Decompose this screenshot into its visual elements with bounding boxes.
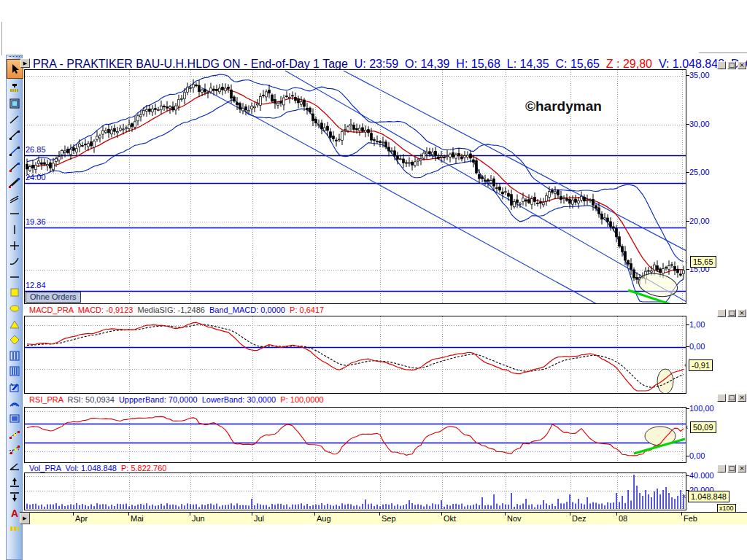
time-axis-scroll-button[interactable]: ▶: [20, 513, 30, 524]
rsi-header-segment: UppperBand: 70,0000: [119, 395, 202, 404]
rsi-maximize-button[interactable]: □: [727, 394, 736, 402]
tool-arrow-up-tool[interactable]: [7, 475, 21, 489]
main-minimize-button[interactable]: _: [717, 61, 726, 69]
ellipse-shape-icon: [9, 303, 20, 314]
month-label: Feb: [684, 514, 697, 523]
macd-plot[interactable]: [24, 316, 686, 394]
tool-diamond-shape[interactable]: [7, 333, 21, 347]
left-panel-edge: [1, 22, 2, 55]
month-label: Apr: [75, 514, 88, 523]
volume-plot[interactable]: [24, 472, 686, 510]
macd-close-button[interactable]: ×: [738, 309, 746, 317]
tool-bars-compare-3[interactable]: [7, 365, 21, 378]
rsi-axis-label: 100,00: [689, 404, 714, 413]
volume-value-box: 1.048.848: [688, 491, 729, 502]
rsi-minimize-button[interactable]: _: [717, 394, 726, 402]
regression-channel-icon: [9, 176, 20, 188]
rsi-header-segment: LowerBand: 30,0000: [202, 395, 281, 404]
rsi-plot[interactable]: [24, 407, 686, 463]
vol-maximize-button[interactable]: □: [727, 464, 736, 472]
month-tick: [314, 512, 315, 516]
month-tick: [379, 512, 380, 516]
macd-header-segment: MACD_PRA: [29, 306, 78, 314]
price-marker-arrow: ‹: [685, 257, 687, 265]
tool-horizontal-line[interactable]: [7, 207, 21, 221]
tool-regression-channel[interactable]: [7, 176, 21, 190]
macd-maximize-button[interactable]: □: [727, 309, 736, 317]
month-label: Okt: [444, 514, 456, 523]
tool-regression-line[interactable]: [7, 160, 21, 174]
tool-ellipse-shape[interactable]: [7, 301, 21, 315]
app-window: A ▶ PRA - PRAKTIKER BAU-U.H.HLDG ON - En…: [0, 0, 747, 560]
bars-compare-2-icon: [9, 350, 20, 362]
month-tick: [73, 512, 74, 516]
tool-chart-edit[interactable]: [7, 380, 21, 394]
volume-unit-box: x100: [717, 504, 736, 513]
rsi-axis-label: 0,00: [689, 451, 705, 460]
chart-collapse-button[interactable]: ▶: [20, 58, 30, 68]
tool-point-line[interactable]: [7, 427, 21, 441]
vol-header-segment: P: 5.822.760: [121, 464, 166, 472]
rsi-window-buttons: _□×: [717, 394, 746, 402]
level-label: 12.84: [26, 281, 46, 289]
text-block-icon: [9, 413, 20, 424]
month-label: 08: [619, 514, 627, 523]
tool-rectangle-shape[interactable]: [7, 286, 21, 300]
rsi-close-button[interactable]: ×: [738, 394, 746, 402]
cross-line-icon: [9, 240, 20, 252]
main-maximize-button[interactable]: □: [727, 61, 736, 69]
tool-text-block[interactable]: [7, 412, 21, 426]
arrow-down-tool-icon: [9, 491, 20, 503]
horizontal-line-icon: [9, 208, 20, 219]
vol-minimize-button[interactable]: _: [717, 464, 726, 472]
tool-zoom-box[interactable]: [7, 97, 21, 111]
macd-axis-label: 1,00: [689, 320, 705, 329]
vol-close-button[interactable]: ×: [738, 464, 746, 472]
month-tick: [681, 512, 682, 516]
tool-multi-point-line[interactable]: [7, 443, 21, 457]
regression-line-icon: [9, 161, 20, 173]
vertical-line-icon: [9, 224, 20, 236]
macd-header: MACD_PRA MACD: -0,9123 MediaSIG: -1,2486…: [29, 306, 324, 314]
tool-fan-lines[interactable]: [7, 396, 21, 410]
tool-trend-line[interactable]: [7, 112, 21, 126]
svg-text:A: A: [11, 508, 18, 519]
text-label-icon: A: [9, 508, 20, 519]
tool-pin-chart[interactable]: [7, 81, 21, 95]
tool-triangle-shape[interactable]: [7, 317, 21, 331]
macd-value-box: -0,91: [689, 359, 713, 371]
tool-trend-line-blue[interactable]: [7, 144, 21, 158]
level-label: 24.00: [26, 173, 46, 182]
select-pointer-icon: [9, 63, 21, 75]
triangle-shape-icon: [9, 319, 20, 330]
tool-angle-tool[interactable]: [7, 459, 21, 472]
orders-status-label[interactable]: Ohne Orders: [26, 292, 81, 303]
trend-line-icon: [9, 114, 20, 125]
tool-level-line[interactable]: [7, 270, 21, 284]
vol-marker-arrow: ‹: [684, 492, 686, 500]
level-line-icon: [9, 271, 20, 283]
macd-header-segment: MACD: -0,9123: [78, 306, 138, 314]
tool-cross-line[interactable]: [7, 238, 21, 252]
tool-vertical-line[interactable]: [7, 222, 21, 236]
month-tick: [190, 512, 190, 516]
main-close-button[interactable]: ×: [738, 61, 746, 69]
month-label: Dez: [572, 514, 587, 523]
pin-chart-icon: [9, 82, 20, 94]
main-axis-label: 30,00: [689, 120, 710, 128]
tool-bars-compare-2[interactable]: [7, 349, 21, 362]
tool-curve-tool[interactable]: [7, 254, 21, 268]
macd-header-segment: P: 0,6417: [290, 306, 324, 314]
macd-minimize-button[interactable]: _: [717, 309, 726, 317]
tool-arrow-down-tool[interactable]: [7, 491, 21, 505]
tool-parallel-lines[interactable]: [7, 191, 21, 205]
zoom-box-icon: [9, 98, 20, 109]
month-tick: [128, 512, 129, 516]
month-label: Sep: [382, 514, 396, 523]
tool-trend-line-points[interactable]: [7, 128, 21, 142]
rsi-header-segment: RSI: 50,0934: [68, 395, 119, 404]
level-label: 19.36: [26, 217, 46, 226]
macd-header-segment: MediaSIG: -1,2486: [138, 306, 209, 314]
vol-axis-label: 40.000: [689, 471, 714, 480]
title-segment: U: 23:59 O: 14,39 H: 15,68 L: 14,35 C: 1…: [355, 58, 606, 70]
